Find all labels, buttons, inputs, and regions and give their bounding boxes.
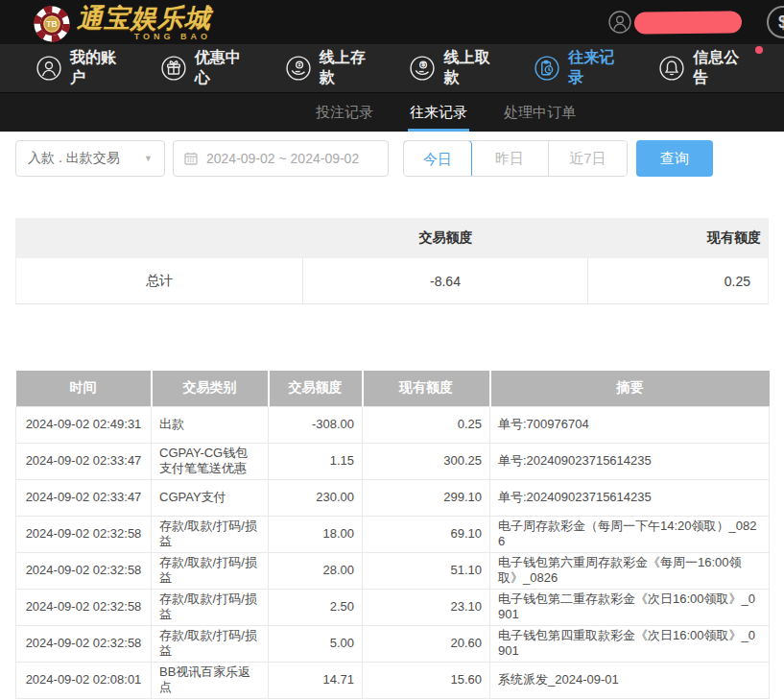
cell-summary: 单号:202409023715614235 bbox=[490, 479, 770, 516]
last7days-button[interactable]: 近7日 bbox=[549, 141, 627, 176]
nav-item-deposit[interactable]: 线上存款 bbox=[286, 48, 378, 88]
cell-summary: 电子钱包第四重取款彩金《次日16:00领取》_0901 bbox=[490, 625, 770, 662]
withdraw-hand-dollar-icon: $ bbox=[410, 56, 435, 81]
summary-balance-value: 0.25 bbox=[588, 258, 769, 304]
balance-currency-icon[interactable]: $ bbox=[767, 6, 784, 38]
cell-amount: 230.00 bbox=[269, 479, 363, 516]
cell-time: 2024-09-02 02:32:58 bbox=[16, 516, 152, 552]
cell-balance: 69.10 bbox=[363, 516, 490, 552]
search-button[interactable]: 查询 bbox=[636, 140, 713, 177]
cell-time: 2024-09-02 02:32:58 bbox=[16, 589, 152, 625]
header-summary: 摘要 bbox=[490, 371, 770, 406]
cell-summary: 系统派发_2024-09-01 bbox=[490, 662, 770, 698]
nav-label: 优惠中心 bbox=[195, 48, 253, 88]
cell-balance: 300.25 bbox=[363, 443, 490, 479]
header-amount: 交易额度 bbox=[269, 371, 363, 406]
cell-type: 存款/取款/打码/损益 bbox=[152, 625, 269, 662]
summary-total-row: 总计 -8.64 0.25 bbox=[15, 258, 769, 304]
chevron-down-icon: ▼ bbox=[144, 154, 153, 163]
nav-label: 往来记录 bbox=[568, 48, 627, 88]
cell-amount: 5.00 bbox=[269, 625, 363, 662]
summary-table: 交易额度 现有额度 总计 -8.64 0.25 bbox=[15, 218, 769, 304]
cell-summary: 单号:700976704 bbox=[490, 406, 770, 443]
bell-icon bbox=[659, 56, 684, 81]
tab-processing-orders[interactable]: 处理中订单 bbox=[502, 93, 578, 132]
tab-bet-records[interactable]: 投注记录 bbox=[314, 93, 375, 132]
cell-amount: -308.00 bbox=[269, 406, 363, 443]
sub-nav: 投注记录 往来记录 处理中订单 bbox=[0, 93, 784, 132]
nav-label: 线上取款 bbox=[443, 48, 502, 88]
page: TB 通宝娱乐城 TONG BAO $ 我的账户 bbox=[0, 0, 784, 700]
header-balance: 现有额度 bbox=[363, 371, 490, 406]
cell-type: CGPAY支付 bbox=[152, 479, 269, 516]
table-row: 2024-09-02 02:32:58 存款/取款/打码/损益 5.00 20.… bbox=[16, 625, 770, 662]
date-range-input[interactable]: 2024-09-02 ~ 2024-09-02 bbox=[173, 140, 389, 177]
tab-transaction-records[interactable]: 往来记录 bbox=[408, 93, 469, 132]
cell-time: 2024-09-02 02:08:01 bbox=[16, 662, 152, 698]
cell-balance: 20.60 bbox=[363, 625, 490, 662]
table-row: 2024-09-02 02:08:01 BB视讯百家乐返点 14.71 15.6… bbox=[16, 662, 770, 698]
table-row: 2024-09-02 02:32:58 存款/取款/打码/损益 2.50 23.… bbox=[16, 589, 770, 625]
quick-range-group: 今日 昨日 近7日 bbox=[403, 140, 628, 177]
transaction-type-select[interactable]: 入款 . 出款交易 ▼ bbox=[15, 140, 165, 177]
user-icon bbox=[36, 56, 61, 81]
records-table: 时间 交易类别 交易额度 现有额度 摘要 2024-09-02 02:49:31… bbox=[15, 371, 770, 699]
cell-amount: 14.71 bbox=[269, 662, 363, 698]
cell-balance: 15.60 bbox=[363, 662, 490, 698]
deposit-hand-coin-icon bbox=[286, 56, 311, 81]
cell-time: 2024-09-02 02:33:47 bbox=[16, 443, 152, 479]
records-clipboard-icon bbox=[535, 56, 559, 81]
brand-name-cn: 通宝娱乐城 bbox=[77, 6, 211, 32]
cell-balance: 0.25 bbox=[363, 406, 490, 443]
yesterday-button[interactable]: 昨日 bbox=[471, 141, 549, 176]
nav-item-withdraw[interactable]: $ 线上取款 bbox=[410, 48, 502, 88]
nav-item-announcements[interactable]: 信息公告 bbox=[659, 48, 751, 88]
cell-summary: 电子周存款彩金（每周一下午14:20领取）_0826 bbox=[490, 516, 770, 552]
nav-label: 我的账户 bbox=[70, 48, 129, 88]
cell-time: 2024-09-02 02:32:58 bbox=[16, 552, 152, 589]
poker-chip-icon: TB bbox=[33, 5, 71, 43]
cell-summary: 电子钱包第二重存款彩金《次日16:00领取》_0901 bbox=[490, 589, 770, 625]
nav-item-transaction-records[interactable]: 往来记录 bbox=[535, 48, 627, 88]
cell-type: CGPAY-CG钱包支付笔笔送优惠 bbox=[152, 443, 269, 479]
cell-amount: 2.50 bbox=[269, 589, 363, 625]
cell-summary: 电子钱包第六重周存款彩金《每周一16:00领取》_0826 bbox=[490, 552, 770, 589]
user-avatar-icon[interactable] bbox=[608, 11, 631, 34]
cell-type: 出款 bbox=[152, 406, 269, 443]
cell-balance: 51.10 bbox=[363, 552, 490, 589]
summary-total-label: 总计 bbox=[15, 258, 303, 304]
cell-type: 存款/取款/打码/损益 bbox=[152, 552, 269, 589]
table-row: 2024-09-02 02:32:58 存款/取款/打码/损益 18.00 69… bbox=[16, 516, 770, 552]
table-row: 2024-09-02 02:32:58 存款/取款/打码/损益 28.00 51… bbox=[16, 552, 770, 589]
cell-time: 2024-09-02 02:33:47 bbox=[16, 479, 152, 516]
notification-badge-dot bbox=[755, 46, 763, 54]
cell-summary: 单号:202409023715614235 bbox=[490, 443, 770, 479]
summary-amount-value: -8.64 bbox=[303, 258, 588, 304]
brand-text: 通宝娱乐城 TONG BAO bbox=[77, 2, 211, 41]
subnav-tabs: 投注记录 往来记录 处理中订单 bbox=[297, 93, 594, 132]
nav-item-promotions[interactable]: 优惠中心 bbox=[161, 48, 253, 88]
currency-symbol: $ bbox=[778, 12, 784, 33]
today-button[interactable]: 今日 bbox=[403, 140, 472, 177]
nav-item-my-account[interactable]: 我的账户 bbox=[36, 48, 129, 88]
date-range-value: 2024-09-02 ~ 2024-09-02 bbox=[206, 151, 359, 166]
brand-logo[interactable]: TB 通宝娱乐城 TONG BAO bbox=[33, 2, 211, 43]
table-row: 2024-09-02 02:49:31 出款 -308.00 0.25 单号:7… bbox=[16, 406, 770, 443]
header-time: 时间 bbox=[16, 371, 152, 406]
username-redacted bbox=[634, 11, 742, 35]
nav-label: 信息公告 bbox=[693, 48, 751, 88]
summary-header-row: 交易额度 现有额度 bbox=[15, 218, 769, 258]
topbar-right: $ bbox=[608, 0, 784, 44]
selected-type: 入款 . 出款交易 bbox=[28, 150, 120, 167]
cell-type: 存款/取款/打码/损益 bbox=[152, 516, 269, 552]
calendar-icon bbox=[183, 151, 199, 166]
cell-amount: 28.00 bbox=[269, 552, 363, 589]
cell-balance: 23.10 bbox=[363, 589, 490, 625]
cell-time: 2024-09-02 02:49:31 bbox=[16, 406, 152, 443]
filter-bar: 入款 . 出款交易 ▼ 2024-09-02 ~ 2024-09-02 今日 昨… bbox=[15, 140, 769, 177]
cell-type: 存款/取款/打码/损益 bbox=[152, 589, 269, 625]
cell-type: BB视讯百家乐返点 bbox=[152, 662, 269, 698]
cell-time: 2024-09-02 02:32:58 bbox=[16, 625, 152, 662]
summary-header-balance: 现有额度 bbox=[588, 229, 769, 247]
top-bar: TB 通宝娱乐城 TONG BAO $ bbox=[0, 0, 784, 44]
